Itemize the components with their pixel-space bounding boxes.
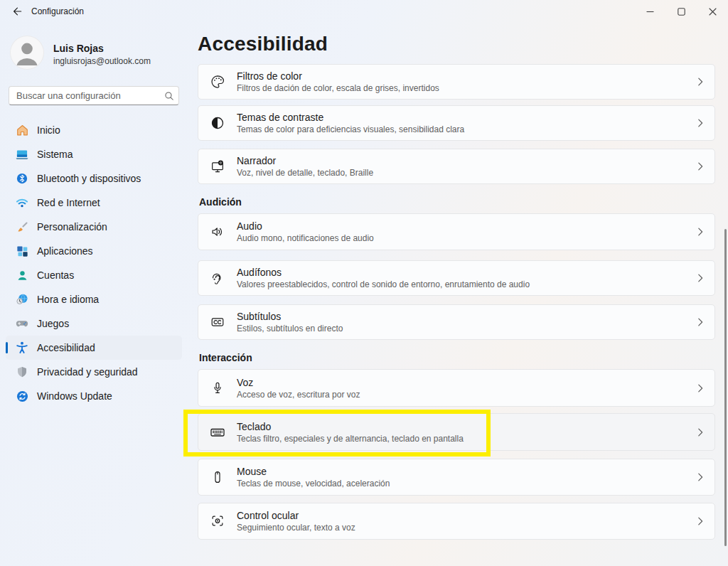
sidebar-item-label: Hora e idioma <box>37 294 99 305</box>
settings-row-title: Teclado <box>237 421 686 432</box>
settings-row-title: Temas de contraste <box>237 112 686 123</box>
clock-globe-icon <box>14 292 30 306</box>
search-box[interactable] <box>9 86 179 105</box>
update-icon <box>14 389 30 403</box>
sidebar-item-label: Windows Update <box>37 390 112 402</box>
chevron-right-icon <box>686 77 714 87</box>
person-icon <box>14 268 30 282</box>
page-title: Accesibilidad <box>198 33 328 55</box>
chevron-right-icon <box>686 118 714 128</box>
settings-row-subtitle: Acceso de voz, escritura por voz <box>237 390 686 400</box>
sidebar-item-label: Inicio <box>37 124 60 136</box>
chevron-right-icon <box>686 383 714 393</box>
window-controls <box>634 0 728 23</box>
sidebar-item-label: Personalización <box>37 221 107 233</box>
sidebar-item-cuentas[interactable]: Cuentas <box>6 263 182 287</box>
person-silhouette-icon <box>10 36 44 70</box>
settings-row-audifonos[interactable]: Audífonos Valores preestablecidos, contr… <box>198 260 715 296</box>
sidebar-item-label: Aplicaciones <box>37 245 93 257</box>
minimize-button[interactable] <box>634 0 665 23</box>
settings-row-subtitle: Estilos, subtítulos en directo <box>237 324 686 333</box>
settings-row-title: Voz <box>237 377 686 388</box>
sidebar-item-personalizacion[interactable]: Personalización <box>6 215 182 239</box>
scrollbar-thumb[interactable] <box>724 229 727 546</box>
sidebar-item-accesibilidad[interactable]: Accesibilidad <box>6 336 182 360</box>
search-icon <box>160 91 178 101</box>
wifi-icon <box>14 196 30 210</box>
titlebar: Configuración <box>0 0 728 23</box>
section-header-interaccion: Interacción <box>199 352 252 363</box>
chevron-right-icon <box>686 317 714 327</box>
speaker-icon <box>198 224 237 240</box>
settings-row-subtitulos[interactable]: Subtítulos Estilos, subtítulos en direct… <box>198 304 715 340</box>
chevron-right-icon <box>686 161 714 171</box>
settings-row-narrador[interactable]: Narrador Voz, nivel de detalle, teclado,… <box>198 149 715 184</box>
sidebar-item-red-e-internet[interactable]: Red e Internet <box>6 191 182 215</box>
chevron-right-icon <box>686 273 714 283</box>
settings-row-subtitle: Filtros de dación de color, escala de gr… <box>237 83 686 93</box>
sidebar-item-aplicaciones[interactable]: Aplicaciones <box>6 239 182 263</box>
settings-row-title: Mouse <box>237 466 686 477</box>
settings-row-subtitle: Temas de color para deficiencias visuale… <box>237 124 686 134</box>
settings-row-subtitle: Teclas de mouse, velocidad, aceleración <box>237 479 686 488</box>
settings-row-subtitle: Audio mono, notificaciones de audio <box>237 233 686 243</box>
settings-row-mouse[interactable]: Mouse Teclas de mouse, velocidad, aceler… <box>198 459 715 496</box>
sidebar-item-windows-update[interactable]: Windows Update <box>6 384 182 408</box>
sidebar-item-sistema[interactable]: Sistema <box>6 142 182 166</box>
user-email: ingluisrojas@outlook.com <box>53 56 151 66</box>
settings-window: Configuración Luis Rojas ingluisrojas@ou… <box>0 0 728 566</box>
contrast-themes-icon <box>198 115 237 131</box>
chevron-right-icon <box>686 427 714 437</box>
sidebar-item-label: Bluetooth y dispositivos <box>37 173 141 184</box>
chevron-right-icon <box>686 227 714 237</box>
home-icon <box>14 123 30 137</box>
sidebar-item-hora-e-idioma[interactable]: Hora e idioma <box>6 287 182 311</box>
captions-icon <box>198 314 237 330</box>
sidebar-item-label: Juegos <box>37 318 69 329</box>
laptop-icon <box>14 147 30 161</box>
selected-indicator <box>6 342 8 353</box>
settings-row-subtitle: Seguimiento ocular, texto a voz <box>237 523 686 533</box>
settings-row-filtros-de-color[interactable]: Filtros de color Filtros de dación de co… <box>198 64 715 100</box>
back-button[interactable] <box>7 3 27 20</box>
settings-row-audio[interactable]: Audio Audio mono, notificaciones de audi… <box>198 213 715 250</box>
gamepad-icon <box>14 316 30 331</box>
sidebar-item-label: Cuentas <box>37 269 74 281</box>
settings-row-temas-de-contraste[interactable]: Temas de contraste Temas de color para d… <box>198 105 715 141</box>
section-header-audicion: Audición <box>199 196 242 208</box>
maximize-button[interactable] <box>665 0 697 23</box>
color-filters-icon <box>198 74 237 90</box>
chevron-right-icon <box>686 516 714 526</box>
settings-row-voz[interactable]: Voz Acceso de voz, escritura por voz <box>198 369 715 407</box>
sidebar: Luis Rojas ingluisrojas@outlook.com Inic… <box>0 23 192 566</box>
settings-row-subtitle: Voz, nivel de detalle, teclado, Braille <box>237 168 686 178</box>
sidebar-item-label: Privacidad y seguridad <box>37 366 138 378</box>
sidebar-item-inicio[interactable]: Inicio <box>6 118 182 142</box>
apps-icon <box>14 244 30 258</box>
sidebar-item-bluetooth[interactable]: Bluetooth y dispositivos <box>6 166 182 191</box>
chevron-right-icon <box>686 472 714 482</box>
sidebar-item-label: Sistema <box>37 149 73 160</box>
settings-row-teclado[interactable]: Teclado Teclas filtro, especiales y de a… <box>198 413 715 451</box>
settings-row-title: Control ocular <box>237 510 686 521</box>
settings-row-subtitle: Teclas filtro, especiales y de alternanc… <box>237 434 686 444</box>
settings-row-title: Subtítulos <box>237 311 686 322</box>
sidebar-item-label: Accesibilidad <box>37 342 95 353</box>
sidebar-item-privacidad[interactable]: Privacidad y seguridad <box>6 360 182 384</box>
bluetooth-icon <box>14 171 30 186</box>
paintbrush-icon <box>14 220 30 234</box>
settings-row-title: Audio <box>237 220 686 232</box>
avatar[interactable] <box>10 36 44 70</box>
back-arrow-icon <box>12 6 22 16</box>
minimize-icon <box>646 8 654 16</box>
user-name: Luis Rojas <box>53 43 104 54</box>
close-button[interactable] <box>697 0 728 23</box>
search-input[interactable] <box>9 90 160 101</box>
settings-row-title: Audífonos <box>237 267 686 278</box>
sidebar-nav: Inicio Sistema Bluetooth y dispositivos <box>6 118 182 408</box>
settings-row-title: Filtros de color <box>237 70 686 82</box>
sidebar-item-label: Red e Internet <box>37 197 100 208</box>
settings-row-control-ocular[interactable]: Control ocular Seguimiento ocular, texto… <box>198 503 715 540</box>
shield-icon <box>14 365 30 379</box>
sidebar-item-juegos[interactable]: Juegos <box>6 311 182 336</box>
